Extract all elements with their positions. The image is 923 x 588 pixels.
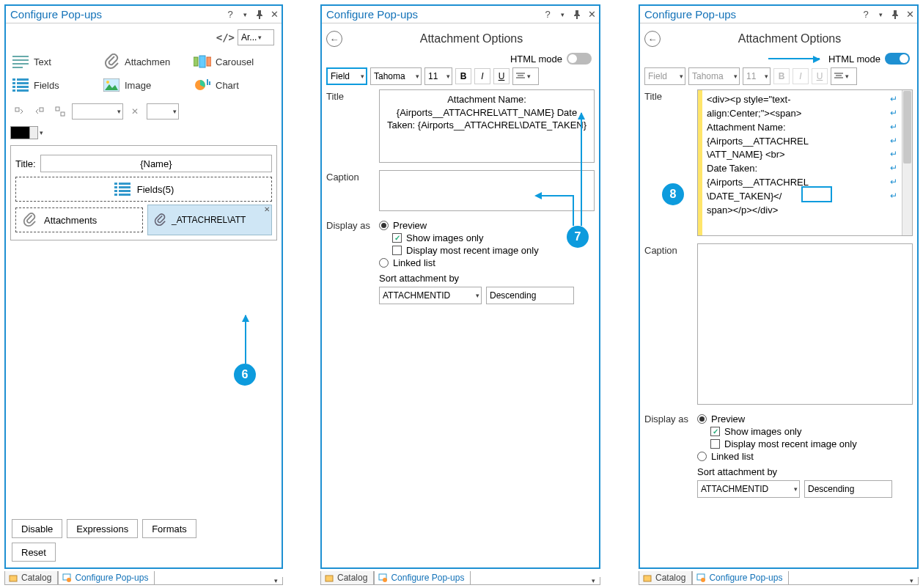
check-show-images[interactable] (392, 233, 402, 243)
combo-1[interactable]: ▾ (72, 103, 123, 120)
close-icon[interactable]: ✕ (268, 9, 280, 21)
check-recent[interactable] (392, 246, 402, 255)
tab-catalog[interactable]: Catalog (639, 571, 692, 585)
element-gallery: Text Attachmen Carousel Fields Image Cha… (10, 50, 277, 100)
tab-overflow[interactable]: ▾ (587, 577, 600, 585)
svg-rect-26 (114, 186, 117, 188)
element-attachments[interactable]: Attachmen (101, 51, 186, 72)
expressions-button[interactable]: Expressions (67, 519, 138, 538)
fields-box[interactable]: Fields(5) (15, 177, 272, 202)
svg-rect-21 (40, 108, 43, 111)
size-select[interactable]: 11▾ (424, 67, 452, 85)
element-fields[interactable]: Fields (10, 75, 95, 95)
text-icon (12, 53, 29, 70)
tab-configure-popups[interactable]: Configure Pop-ups (374, 571, 471, 585)
svg-rect-13 (12, 89, 15, 92)
attachments-box[interactable]: Attachments (15, 207, 143, 232)
catalog-icon (324, 573, 334, 583)
svg-rect-38 (326, 576, 333, 581)
svg-rect-25 (119, 183, 130, 185)
chevron-down-icon[interactable]: ▾ (875, 9, 886, 21)
tab-catalog[interactable]: Catalog (4, 571, 58, 585)
tool-btn-1[interactable] (10, 103, 28, 120)
underline-button[interactable]: U (493, 68, 510, 84)
color-picker[interactable]: ▾ (10, 126, 277, 139)
italic-button[interactable]: I (474, 68, 490, 84)
sort-dir-select[interactable]: Descending (486, 287, 574, 304)
field-select[interactable]: Field▾ (326, 67, 367, 85)
caption-textarea[interactable] (697, 243, 913, 405)
clear-btn[interactable]: ✕ (126, 103, 144, 120)
combo-2[interactable]: ▾ (147, 103, 179, 120)
callout-arrow-align (581, 113, 582, 226)
font-select[interactable]: Tahoma▾ (370, 67, 422, 85)
radio-linked[interactable] (697, 452, 707, 461)
check-recent[interactable] (710, 439, 720, 449)
title-label: Title (644, 89, 691, 236)
title-input[interactable] (40, 155, 272, 172)
element-text[interactable]: Text (10, 51, 95, 72)
title-code-box[interactable]: <div><p style="text-↵align:Center;"><spa… (697, 89, 913, 236)
sort-field-select[interactable]: ATTACHMENTID▾ (697, 480, 800, 498)
formats-button[interactable]: Formats (142, 519, 196, 538)
display-as-label: Display as (644, 412, 691, 498)
back-button[interactable]: ← (326, 31, 342, 47)
tab-catalog[interactable]: Catalog (320, 571, 374, 585)
subtitle: Attachment Options (666, 32, 913, 45)
back-button[interactable]: ← (644, 31, 661, 47)
check-show-images[interactable] (710, 427, 720, 436)
field-select[interactable]: Field▾ (644, 67, 685, 85)
html-mode-label: HTML mode (828, 54, 880, 65)
align-select[interactable]: ▾ (512, 67, 539, 85)
align-select[interactable]: ▾ (831, 67, 857, 85)
element-chart[interactable]: Chart (192, 75, 277, 95)
element-carousel[interactable]: Carousel (192, 51, 277, 72)
sort-dir-select[interactable]: Descending (804, 480, 892, 498)
html-mode-toggle[interactable] (567, 53, 592, 65)
caption-textarea[interactable] (379, 170, 595, 211)
element-carousel-label: Carousel (216, 56, 254, 67)
scrollbar[interactable] (902, 90, 912, 235)
disable-button[interactable]: Disable (12, 519, 62, 538)
pin-icon[interactable] (254, 9, 265, 21)
radio-preview[interactable] (379, 221, 389, 230)
bold-button[interactable]: B (455, 68, 471, 84)
svg-rect-27 (119, 186, 130, 188)
help-icon[interactable]: ? (542, 9, 554, 21)
radio-linked[interactable] (379, 258, 389, 268)
reset-button[interactable]: Reset (12, 543, 56, 562)
paperclip-icon (103, 53, 120, 70)
help-icon[interactable]: ? (860, 9, 872, 21)
paperclip-icon (21, 211, 38, 229)
tool-btn-3[interactable] (51, 103, 69, 120)
sort-field-select[interactable]: ATTACHMENTID▾ (379, 287, 482, 304)
tab-overflow[interactable]: ▾ (270, 577, 283, 585)
tool-btn-2[interactable] (31, 103, 48, 120)
chart-icon (194, 76, 211, 94)
tab-overflow[interactable]: ▾ (905, 577, 919, 585)
chevron-down-icon[interactable]: ▾ (556, 9, 568, 21)
pin-icon[interactable] (571, 9, 583, 21)
help-icon[interactable]: ? (224, 9, 236, 21)
html-mode-toggle[interactable] (885, 53, 910, 65)
chip-close-icon[interactable]: ✕ (264, 205, 270, 213)
chevron-down-icon[interactable]: ▾ (239, 9, 251, 21)
element-image[interactable]: Image (101, 75, 186, 95)
code-dropdown[interactable]: Ar... ▾ (238, 29, 274, 45)
svg-rect-31 (119, 194, 130, 196)
tab-configure-popups[interactable]: Configure Pop-ups (692, 571, 789, 585)
title-textarea[interactable]: Attachment Name: {Airports__ATTACHREL\AT… (379, 89, 595, 163)
pin-icon[interactable] (889, 9, 901, 21)
tab-bar-3: Catalog Configure Pop-ups ▾ (639, 569, 919, 585)
close-icon[interactable]: ✕ (586, 9, 597, 21)
panel-title: Configure Pop-ups (326, 8, 418, 21)
tab-configure-popups[interactable]: Configure Pop-ups (58, 571, 155, 585)
svg-rect-7 (12, 78, 15, 81)
title-bar: Configure Pop-ups ? ▾ ✕ (640, 6, 917, 23)
svg-rect-10 (17, 82, 29, 84)
radio-preview[interactable] (697, 414, 707, 424)
catalog-icon (8, 573, 18, 583)
attachment-chip[interactable]: _ATTACHREL\ATT ✕ (147, 205, 272, 235)
svg-rect-4 (194, 57, 198, 66)
close-icon[interactable]: ✕ (904, 9, 916, 21)
